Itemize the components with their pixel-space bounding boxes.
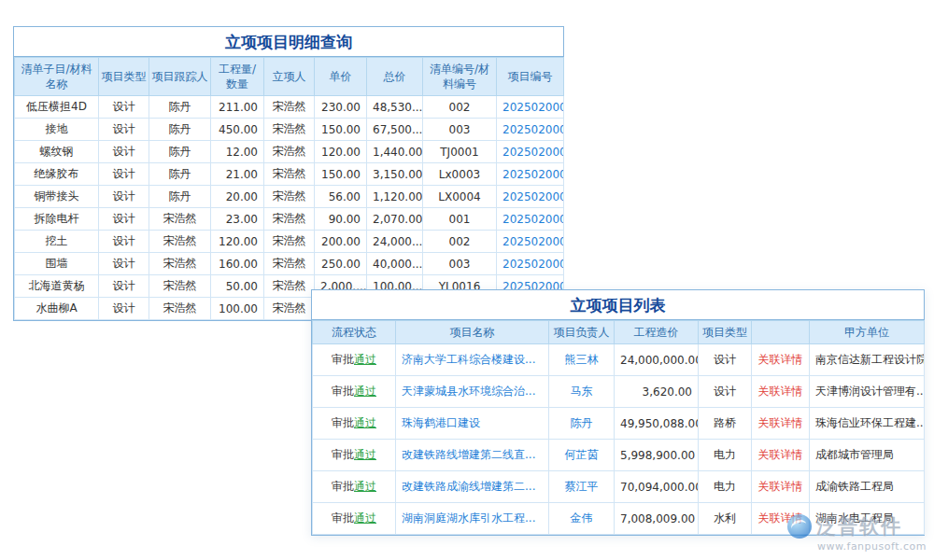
detail-cell: 挖土 (15, 231, 99, 253)
detail-cell: 002 (423, 231, 497, 253)
status-prefix: 审批 (332, 353, 354, 366)
detail-cell: 001 (423, 208, 497, 231)
list-table-row: 审批通过改建铁路线增建第二线直...何芷茵5,998,900.00电力关联详情成… (313, 440, 925, 471)
detail-cell-project-number: 2025020003 (497, 253, 564, 275)
detail-cell-project-number: 2025020003 (497, 208, 564, 231)
detail-cell: 宋浩然 (264, 141, 315, 163)
project-name-link[interactable]: 珠海鹤港口建设 (402, 416, 480, 429)
project-name-link[interactable]: 天津蒙城县水环境综合治... (402, 385, 535, 398)
detail-cell: 24,000... (367, 231, 423, 253)
detail-cell: 100.00 (211, 298, 264, 320)
detail-query-table: 清单子目/材料名称项目类型项目跟踪人工程量/数量立项人单价总价清单编号/材料编号… (14, 57, 564, 320)
project-owner-link[interactable]: 金伟 (571, 511, 593, 525)
detail-table-row: 接地设计陈丹450.00宋浩然150.0067,500...0032025020… (15, 119, 564, 141)
detail-cell: 21.00 (211, 163, 264, 186)
project-name-cell: 改建铁路线增建第二线直... (396, 440, 549, 471)
project-number-link[interactable]: 2025020004 (502, 168, 564, 181)
detail-cell: 设计 (99, 96, 149, 119)
detail-cell: 设计 (99, 275, 149, 298)
status-approved-link[interactable]: 通过 (354, 385, 376, 398)
detail-cell-project-number: 2025020004 (497, 119, 564, 141)
detail-cell-project-number: 2025020004 (497, 186, 564, 208)
project-owner-cell: 何芷茵 (549, 440, 615, 471)
client-cell: 成都城市管理局 (810, 440, 925, 471)
list-column-header: 流程状态 (313, 321, 396, 344)
project-list-title: 立项项目列表 (312, 290, 924, 320)
project-cost-cell: 7,008,009.00 (615, 503, 699, 535)
detail-column-header: 项目编号 (497, 58, 564, 96)
related-detail-link[interactable]: 关联详情 (758, 416, 803, 429)
detail-cell: 67,500... (367, 119, 423, 141)
project-owner-link[interactable]: 陈丹 (571, 416, 593, 429)
detail-cell: 120.00 (315, 141, 367, 163)
project-number-link[interactable]: 2025020003 (502, 258, 564, 271)
list-table-row: 审批通过珠海鹤港口建设陈丹49,950,088.00路桥关联详情珠海信业环保工程… (313, 408, 925, 440)
project-number-link[interactable]: 2025020003 (502, 235, 564, 248)
status-cell: 审批通过 (313, 471, 396, 503)
detail-cell: 1,120.00 (367, 186, 423, 208)
detail-cell: 450.00 (211, 119, 264, 141)
project-number-link[interactable]: 2025020003 (502, 213, 564, 226)
related-detail-link[interactable]: 关联详情 (758, 385, 803, 398)
detail-table-row: 挖土设计宋浩然120.00宋浩然200.0024,000...002202502… (15, 231, 564, 253)
project-owner-link[interactable]: 马东 (571, 385, 593, 398)
detail-cell: 宋浩然 (149, 208, 211, 231)
project-number-link[interactable]: 2025020004 (502, 123, 564, 136)
status-approved-link[interactable]: 通过 (354, 416, 376, 429)
project-owner-link[interactable]: 熊三林 (565, 353, 599, 366)
status-cell: 审批通过 (313, 376, 396, 408)
detail-cell: 宋浩然 (264, 186, 315, 208)
detail-cell: 陈丹 (149, 119, 211, 141)
related-detail-link[interactable]: 关联详情 (758, 353, 803, 366)
detail-cell: 设计 (99, 163, 149, 186)
project-name-link[interactable]: 湖南洞庭湖水库引水工程... (402, 511, 535, 525)
status-approved-link[interactable]: 通过 (354, 511, 376, 525)
detail-cell: 拆除电杆 (15, 208, 99, 231)
status-approved-link[interactable]: 通过 (354, 353, 376, 366)
detail-cell: 1,440.00 (367, 141, 423, 163)
project-type-cell: 电力 (699, 440, 752, 471)
detail-column-header: 项目类型 (99, 58, 149, 96)
project-cost-cell: 3,620.00 (615, 376, 699, 408)
detail-cell: 160.00 (211, 253, 264, 275)
detail-cell: 陈丹 (149, 186, 211, 208)
detail-cell: 宋浩然 (149, 253, 211, 275)
project-number-link[interactable]: 2025020004 (502, 190, 564, 203)
project-owner-cell: 熊三林 (549, 344, 615, 376)
detail-cell: 设计 (99, 141, 149, 163)
project-cost-cell: 5,998,900.00 (615, 440, 699, 471)
detail-cell: 宋浩然 (149, 298, 211, 320)
status-approved-link[interactable]: 通过 (354, 480, 376, 493)
detail-cell: 宋浩然 (264, 253, 315, 275)
project-number-link[interactable]: 2025020004 (502, 146, 564, 159)
related-detail-link[interactable]: 关联详情 (758, 480, 803, 493)
project-type-cell: 路桥 (699, 408, 752, 440)
related-detail-link[interactable]: 关联详情 (758, 511, 803, 525)
related-detail-link[interactable]: 关联详情 (758, 448, 803, 461)
status-approved-link[interactable]: 通过 (354, 448, 376, 461)
detail-cell: 宋浩然 (264, 275, 315, 298)
project-number-link[interactable]: 2025020004 (502, 101, 564, 114)
detail-column-header: 项目跟踪人 (149, 58, 211, 96)
project-name-link[interactable]: 济南大学工科综合楼建设... (402, 353, 535, 366)
related-detail-cell: 关联详情 (752, 344, 810, 376)
detail-cell: 陈丹 (149, 141, 211, 163)
detail-cell: 50.00 (211, 275, 264, 298)
related-detail-cell: 关联详情 (752, 408, 810, 440)
project-type-cell: 水利 (699, 503, 752, 535)
list-table-row: 审批通过济南大学工科综合楼建设...熊三林24,000,000.00设计关联详情… (313, 344, 925, 376)
status-cell: 审批通过 (313, 408, 396, 440)
project-name-link[interactable]: 改建铁路成渝线增建第二... (402, 480, 535, 493)
project-owner-link[interactable]: 蔡江平 (565, 480, 599, 493)
detail-cell: 23.00 (211, 208, 264, 231)
project-owner-link[interactable]: 何芷茵 (565, 448, 599, 461)
detail-cell: 150.00 (315, 163, 367, 186)
project-name-cell: 改建铁路成渝线增建第二... (396, 471, 549, 503)
detail-cell: 铜带接头 (15, 186, 99, 208)
project-owner-cell: 马东 (549, 376, 615, 408)
status-prefix: 审批 (332, 448, 354, 461)
detail-cell-project-number: 2025020004 (497, 96, 564, 119)
related-detail-cell: 关联详情 (752, 471, 810, 503)
project-name-link[interactable]: 改建铁路线增建第二线直... (402, 448, 535, 461)
project-cost-cell: 24,000,000.00 (615, 344, 699, 376)
